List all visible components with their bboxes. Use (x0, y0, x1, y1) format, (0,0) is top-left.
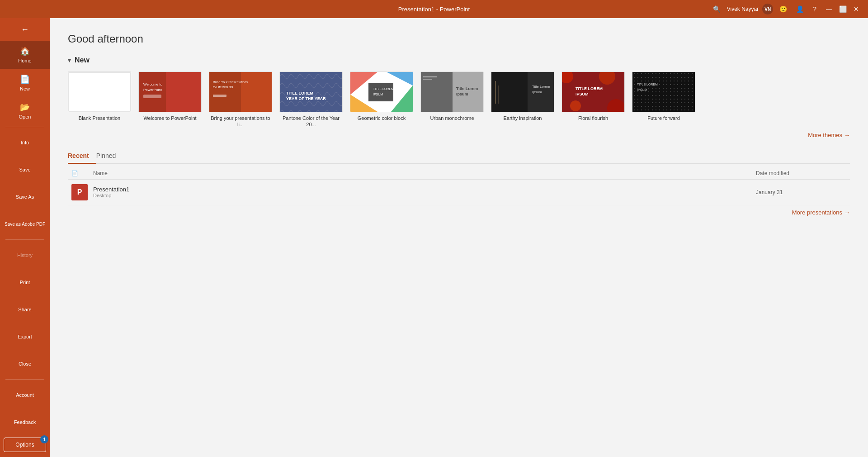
template-name-urban: Urban monochrome (420, 115, 484, 121)
more-presentations-link[interactable]: More presentations → (68, 209, 850, 216)
template-pantone[interactable]: TITLE LOREM YEAR OF THE YEAR Pantone Col… (279, 71, 343, 128)
sidebar-item-new[interactable]: 📄 New (0, 69, 50, 97)
sidebar-item-saveadobe[interactable]: Save as Adobe PDF (0, 210, 50, 238)
svg-text:PowerPoint: PowerPoint (143, 88, 162, 92)
template-geometric[interactable]: TITLE LOREM IPSUM Geometric color block (350, 71, 413, 128)
svg-text:TITLE LOREM: TITLE LOREM (576, 86, 603, 91)
sidebar-item-account[interactable]: Account (0, 381, 50, 409)
template-name-future: Future forward (632, 115, 695, 121)
template-thumb-future: TITLE LOREM IPSUM (632, 71, 695, 112)
svg-rect-6 (143, 95, 161, 98)
templates-grid: Blank Presentation Welcome to PowerPoint… (68, 71, 850, 128)
sidebar-item-share[interactable]: Share (0, 296, 50, 323)
template-name-earthy: Earthy inspiration (491, 115, 554, 121)
sidebar-item-open[interactable]: 📂 Open (0, 97, 50, 125)
sidebar-item-info[interactable]: Info (0, 129, 50, 156)
tab-pinned[interactable]: Pinned (96, 149, 123, 164)
sidebar-item-save[interactable]: Save (0, 156, 50, 183)
restore-button[interactable]: ⬜ (836, 3, 849, 15)
sidebar-item-saveas[interactable]: Save As (0, 183, 50, 210)
svg-text:IPSUM: IPSUM (637, 88, 647, 91)
close-button[interactable]: ✕ (850, 3, 863, 15)
more-themes-link[interactable]: More themes → (68, 132, 850, 138)
back-button[interactable]: ← (0, 18, 50, 41)
sidebar-divider-2 (5, 239, 44, 240)
template-name-bring: Bring your presentations to li... (209, 115, 272, 128)
template-floral[interactable]: TITLE LOREM IPSUM Floral flourish (561, 71, 625, 128)
sidebar-item-history[interactable]: History (0, 242, 50, 269)
svg-rect-45 (632, 72, 695, 112)
template-thumb-bring: Bring Your Presentations to Life with 3D (209, 71, 272, 112)
sidebar-top: ← 🏠 Home 📄 New 📂 Open Info Save Save A (0, 18, 50, 377)
template-name-floral: Floral flourish (561, 115, 625, 121)
template-welcome[interactable]: Welcome to PowerPoint Welcome to PowerPo… (138, 71, 202, 128)
svg-rect-11 (213, 95, 226, 97)
sidebar-item-print[interactable]: Print (0, 269, 50, 296)
template-thumb-floral: TITLE LOREM IPSUM (561, 71, 625, 112)
files-header: 📄 Name Date modified (68, 167, 850, 180)
template-urban[interactable]: Title Lorem Ipsum Urban monochrome (420, 71, 484, 128)
open-icon: 📂 (20, 102, 30, 112)
svg-text:Ipsum: Ipsum (532, 90, 542, 94)
files-list: 📄 Name Date modified P Presentation1 Des… (68, 167, 850, 205)
svg-rect-8 (209, 72, 241, 112)
sidebar-item-home[interactable]: 🏠 Home (0, 41, 50, 69)
svg-text:TITLE LOREM: TITLE LOREM (373, 87, 394, 90)
template-blank[interactable]: Blank Presentation (68, 71, 131, 128)
file-name: Presentation1 (93, 186, 756, 193)
template-thumb-geometric: TITLE LOREM IPSUM (350, 71, 413, 112)
template-future[interactable]: TITLE LOREM IPSUM Future forward (632, 71, 695, 128)
svg-rect-0 (68, 72, 131, 112)
col-date-header: Date modified (756, 170, 846, 176)
file-icon-letter: P (77, 188, 82, 196)
new-section-title: New (75, 56, 90, 64)
template-bring[interactable]: Bring Your Presentations to Life with 3D… (209, 71, 272, 128)
greeting: Good afternoon (68, 33, 850, 45)
file-date: January 31 (756, 189, 846, 195)
sidebar-bottom: Account Feedback Options 1 (0, 377, 50, 457)
template-name-geometric: Geometric color block (350, 115, 413, 121)
sidebar-item-close[interactable]: Close (0, 350, 50, 377)
emoji-icon[interactable]: 🙂 (777, 5, 790, 14)
home-icon: 🏠 (20, 46, 30, 56)
title-bar: Presentation1 - PowerPoint 🔍 Vivek Nayya… (0, 0, 868, 18)
help-icon[interactable]: ? (810, 5, 819, 14)
svg-text:Welcome to: Welcome to (143, 82, 163, 86)
file-location: Desktop (93, 193, 756, 198)
svg-text:IPSUM: IPSUM (373, 93, 383, 96)
template-name-pantone: Pantone Color of the Year 20... (279, 115, 343, 128)
user-badge[interactable]: VN (762, 4, 773, 14)
svg-rect-25 (421, 72, 453, 112)
template-thumb-blank (68, 71, 131, 112)
sidebar-item-feedback[interactable]: Feedback (0, 409, 50, 436)
minimize-button[interactable]: — (823, 3, 835, 15)
tab-recent[interactable]: Recent (68, 149, 96, 164)
new-section-header: ▾ New (68, 56, 850, 64)
options-badge: 1 (40, 435, 48, 443)
template-earthy[interactable]: Title Lorem Ipsum Earthy inspiration (491, 71, 554, 128)
window-title: Presentation1 - PowerPoint (398, 6, 470, 13)
file-icon: P (71, 184, 88, 200)
file-icon-spacer: 📄 (71, 170, 93, 176)
svg-text:Bring Your Presentations: Bring Your Presentations (213, 81, 248, 84)
svg-text:Ipsum: Ipsum (456, 92, 468, 96)
file-details: Presentation1 Desktop (93, 186, 756, 198)
sidebar: ← 🏠 Home 📄 New 📂 Open Info Save Save A (0, 18, 50, 457)
template-name-welcome: Welcome to PowerPoint (138, 115, 202, 121)
section-toggle[interactable]: ▾ (68, 57, 71, 64)
search-icon[interactable]: 🔍 (710, 5, 723, 14)
new-icon: 📄 (20, 74, 30, 84)
person-icon[interactable]: 👤 (793, 5, 807, 14)
user-name: Vivek Nayyar (727, 6, 759, 12)
svg-rect-27 (423, 79, 432, 80)
sidebar-item-export[interactable]: Export (0, 323, 50, 350)
svg-rect-33 (498, 86, 499, 104)
template-thumb-pantone: TITLE LOREM YEAR OF THE YEAR (279, 71, 343, 112)
sidebar-options-button[interactable]: Options 1 (4, 438, 46, 452)
file-row[interactable]: P Presentation1 Desktop January 31 (68, 180, 850, 205)
col-name-header: Name (93, 170, 756, 176)
template-name-blank: Blank Presentation (68, 115, 131, 121)
svg-text:Title Lorem: Title Lorem (532, 85, 550, 89)
svg-text:TITLE LOREM: TITLE LOREM (286, 91, 313, 95)
svg-rect-3 (139, 72, 166, 112)
